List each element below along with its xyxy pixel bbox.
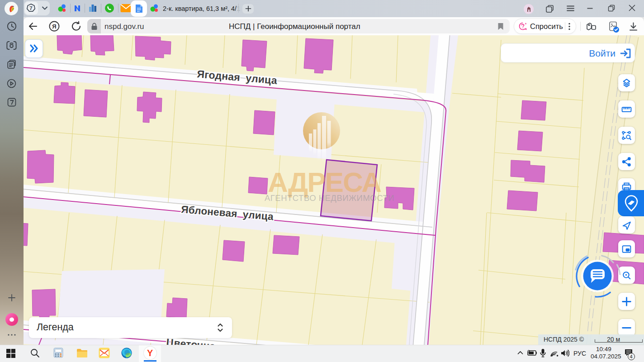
- svg-text:7: 7: [29, 5, 32, 11]
- svg-text:Я: Я: [52, 23, 56, 30]
- svg-text:АГЕНТСТВО НЕДВИЖИМОСТИ: АГЕНТСТВО НЕДВИЖИМОСТИ: [265, 193, 394, 203]
